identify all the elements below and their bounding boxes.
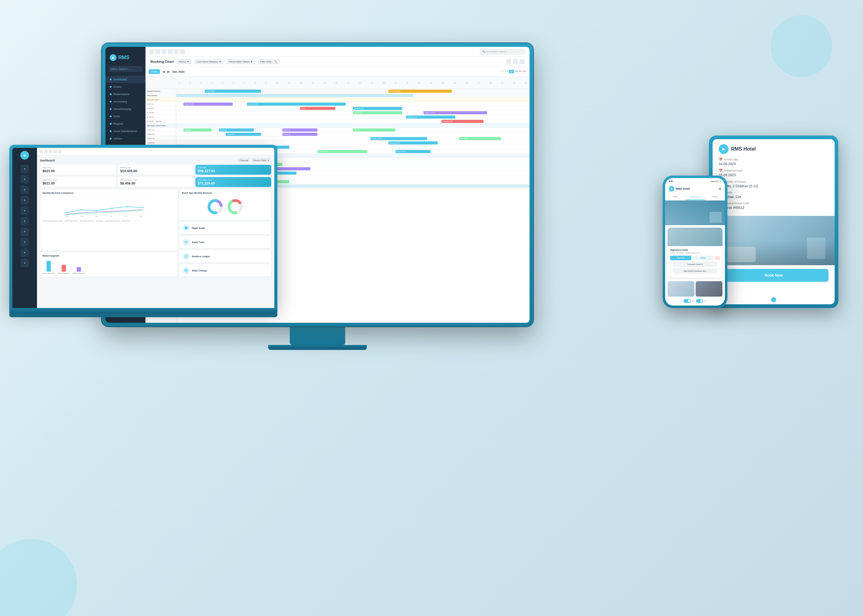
monthly-revenue-chart: Monthly Revenue Comparison xyxy=(40,189,178,250)
gantt-row-e0304: Hoekman 5.00 xyxy=(176,115,529,119)
sidebar-item-reservations[interactable]: Reservations xyxy=(106,91,145,98)
bar-barnett[interactable]: Barnett 18.00 xyxy=(318,150,367,153)
phone-time: 9:41 xyxy=(669,180,673,182)
monitor-search-bar[interactable]: 🔍 Reservation Search... xyxy=(480,49,526,55)
bar-petty1[interactable]: Petty 0.00 xyxy=(219,129,254,132)
toggle-pill-1[interactable] xyxy=(683,299,691,303)
action-night-audit[interactable]: Night Audit xyxy=(180,222,271,234)
filter-select[interactable]: Filter Area... 🔍 xyxy=(258,60,279,64)
monitor-menu-search[interactable]: Menu Search... xyxy=(109,66,142,72)
chair-shape xyxy=(807,237,825,259)
lap-tool-3[interactable] xyxy=(49,150,52,153)
tab-present[interactable]: Present (2) xyxy=(685,194,705,200)
toolbar-action-3[interactable] xyxy=(520,59,524,64)
lap-tool-1[interactable] xyxy=(39,150,43,153)
stat-monthly-total: Monthly Total $10,435.00 xyxy=(118,165,194,174)
bar-petry2[interactable]: Petry 0.00 xyxy=(282,133,318,136)
phone-logo-text: RMS Hotel xyxy=(676,187,690,190)
tool-icon-4[interactable] xyxy=(168,49,173,54)
action-debtors-ledger[interactable]: $ Debtors Ledger xyxy=(180,250,271,262)
toggle-pill-2[interactable] xyxy=(696,299,703,303)
lap-icon-5[interactable] xyxy=(20,206,29,215)
lap-icon-9[interactable] xyxy=(20,248,29,257)
sidebar-item-dashboard[interactable]: Dashboard xyxy=(106,76,145,83)
bar-haru[interactable]: Haru Ltm xyxy=(353,129,395,132)
prev-arrow[interactable]: ◀ xyxy=(162,70,165,73)
sidebar-item-utilities[interactable]: Utilities xyxy=(106,135,145,142)
complete-checkin-button[interactable]: Complete Check In xyxy=(672,261,718,267)
room-row-mv04: S MV 04 xyxy=(145,141,176,145)
lap-tool-2[interactable] xyxy=(44,150,48,153)
bar-rubis[interactable]: Rubis xyxy=(300,107,335,110)
sidebar-item-eom[interactable]: EOM xyxy=(106,113,145,120)
arrival-value[interactable]: 14.09.2023 xyxy=(719,162,828,166)
svg-rect-23 xyxy=(184,243,187,243)
dates-button[interactable]: Dates xyxy=(693,256,714,260)
bar-hoekman[interactable]: Hoekman 5.00 xyxy=(406,115,455,119)
bar-local-festival[interactable]: Local Festival xyxy=(205,90,261,93)
next-arrow[interactable]: ▶ xyxy=(167,70,170,73)
lap-icon-6[interactable] xyxy=(20,217,29,225)
sidebar-dot xyxy=(110,86,112,88)
action-daily-charge[interactable]: Daily Charge xyxy=(180,264,271,277)
bar-ramsey[interactable]: Ramsey 400.00 xyxy=(370,137,427,140)
tool-icon-6[interactable] xyxy=(180,49,185,54)
lap-icon-8[interactable] xyxy=(20,238,29,247)
night-audit-label: Night Audit xyxy=(192,227,205,229)
sidebar-item-asset[interactable]: Asset Maintenance xyxy=(106,127,145,135)
stat-ytd-label: YTD Total xyxy=(198,167,269,168)
toolbar-action-1[interactable] xyxy=(506,59,511,64)
tab-past[interactable]: Past xyxy=(665,194,685,200)
book-now-button[interactable]: Book Now xyxy=(719,269,828,282)
sidebar-item-charts[interactable]: Charts xyxy=(106,83,145,91)
tool-icon-1[interactable] xyxy=(149,49,154,54)
bar-foster[interactable]: Foster 525.00 xyxy=(353,107,402,110)
lap-icon-3[interactable] xyxy=(20,185,29,194)
departure-value[interactable]: 18.09.2023 xyxy=(719,173,828,177)
filter-property[interactable]: Rancho Relax ▼ xyxy=(251,158,271,162)
toolbar-action-2[interactable] xyxy=(513,59,518,64)
phone-menu-icon[interactable]: ≡ xyxy=(719,186,721,191)
monitor-toolbar: 🔍 Reservation Search... xyxy=(145,47,529,57)
tool-icon-2[interactable] xyxy=(155,49,160,54)
bar-romy[interactable]: Romy 0.00 xyxy=(459,137,501,140)
bar-freetman[interactable]: Freetman 0.00 xyxy=(441,120,484,123)
payment-button[interactable]: Payment xyxy=(670,256,691,260)
sidebar-label-accounting: Accounting xyxy=(113,100,127,103)
lap-icon-4[interactable] xyxy=(20,196,29,204)
action-audit-trail[interactable]: Audit Trail xyxy=(180,236,271,248)
sidebar-item-housekeeping[interactable]: Housekeeping xyxy=(106,105,145,113)
lap-icon-10[interactable] xyxy=(20,259,29,267)
bar-petty2[interactable]: Petty 0.00 xyxy=(282,129,318,132)
bar-petry[interactable]: Petry 0.00 xyxy=(225,133,261,136)
lap-tool-4[interactable] xyxy=(54,150,57,153)
bar-school-holidays[interactable]: School Holidays xyxy=(388,90,452,93)
gantt-row-mv03: Ramsey 400.00 Romy 0.00 xyxy=(176,137,529,141)
bar-hartsveld[interactable]: Hartsveld xyxy=(183,129,212,132)
stat-monthly-online-value: $8,456.00 xyxy=(120,181,191,185)
filter-financial[interactable]: Financial xyxy=(238,158,250,162)
bar-budway[interactable]: Budway 400.00 xyxy=(388,141,438,145)
guests-value[interactable]: 2 Adults, 2 Children (2-12) xyxy=(719,184,828,188)
tool-icon-3[interactable] xyxy=(162,49,167,54)
sidebar-item-accounting[interactable]: Accounting xyxy=(106,98,145,105)
sign-form-button[interactable]: Sign EOHS Disclaimer form xyxy=(672,268,718,274)
close-button[interactable]: ✕ xyxy=(715,256,720,260)
status-select[interactable]: Reservation Status ▼ xyxy=(227,60,255,64)
sidebar-item-reports[interactable]: Reports xyxy=(106,120,145,127)
bar-price[interactable]: Price 270.00 xyxy=(183,102,233,106)
bar-rooms[interactable]: Room 04 25... xyxy=(395,150,431,153)
today-button[interactable]: Today xyxy=(148,69,160,74)
lap-tool-5[interactable] xyxy=(58,150,61,153)
bar-hinkler[interactable]: Hinkler 3.00 xyxy=(353,111,402,114)
balance-select[interactable]: Last Name Balance ▼ xyxy=(194,60,224,64)
bar-conor[interactable]: Conor 125.00 xyxy=(247,102,346,106)
tab-future[interactable]: Future xyxy=(705,194,725,200)
bar-magnet[interactable]: Magnet 700.00 xyxy=(424,111,487,114)
lap-icon-1[interactable] xyxy=(20,165,29,173)
lap-icon-2[interactable] xyxy=(20,175,29,184)
lap-icon-7[interactable] xyxy=(20,227,29,236)
property-select[interactable]: RMSU ▼ xyxy=(177,60,192,64)
laptop-base xyxy=(9,314,277,317)
tool-icon-5[interactable] xyxy=(174,49,179,54)
